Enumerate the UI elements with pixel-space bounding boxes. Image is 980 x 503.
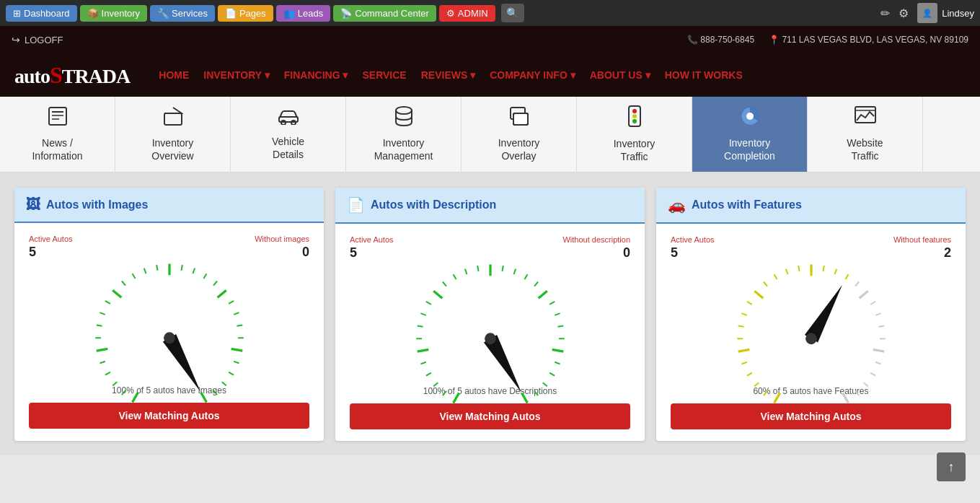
svg-line-59 bbox=[417, 325, 423, 326]
svg-line-97 bbox=[774, 274, 777, 279]
edit-icon[interactable]: ✏ bbox=[880, 6, 890, 20]
nav-about[interactable]: ABOUT US ▾ bbox=[590, 69, 650, 81]
inventory-icon: 📦 bbox=[87, 8, 99, 19]
nav-btn-dashboard[interactable]: ⊞ Dashboard bbox=[6, 5, 77, 22]
card-header-features: 🚗 Autos with Features bbox=[656, 188, 966, 224]
svg-line-32 bbox=[144, 268, 146, 274]
nav-btn-pages[interactable]: 📄 Pages bbox=[218, 5, 273, 22]
svg-line-96 bbox=[763, 281, 767, 286]
search-icon: 🔍 bbox=[506, 7, 518, 19]
nav-home[interactable]: HOME bbox=[159, 69, 189, 81]
traffic-tab-label: Inventory Traffic bbox=[614, 137, 655, 163]
nav-reviews[interactable]: REVIEWS ▾ bbox=[421, 69, 475, 81]
view-btn-features[interactable]: View Matching Autos bbox=[671, 403, 951, 429]
logoff-button[interactable]: ↪ LOGOFF bbox=[12, 34, 63, 45]
svg-line-27 bbox=[100, 312, 105, 315]
overlay-tab-icon bbox=[509, 106, 529, 131]
tab-website[interactable]: Website Traffic bbox=[808, 97, 923, 172]
svg-line-30 bbox=[121, 281, 125, 285]
tab-overlay[interactable]: Inventory Overlay bbox=[462, 97, 577, 172]
missing-value-images: 0 bbox=[255, 245, 309, 260]
tab-management[interactable]: Inventory Management bbox=[346, 97, 462, 172]
card-stats-description: Active Autos 5 Without description 0 bbox=[350, 235, 630, 261]
nav-btn-command[interactable]: 📡 Command Center bbox=[333, 5, 436, 22]
card-header-icon-images: 🖼 bbox=[26, 196, 40, 213]
nav-btn-services[interactable]: 🔧 Services bbox=[150, 5, 215, 22]
nav-howitworks[interactable]: HOW IT WORKS bbox=[665, 69, 743, 81]
missing-stat-description: Without description 0 bbox=[562, 235, 630, 261]
address: 📍 711 LAS VEGAS BLVD, LAS VEGAS, NV 8910… bbox=[769, 35, 968, 45]
svg-line-93 bbox=[741, 313, 746, 315]
card-body-description: Active Autos 5 Without description 0 100… bbox=[335, 224, 645, 441]
svg-line-73 bbox=[549, 302, 555, 305]
search-button[interactable]: 🔍 bbox=[501, 4, 524, 22]
view-btn-description[interactable]: View Matching Autos bbox=[350, 403, 630, 429]
management-tab-label: Inventory Management bbox=[374, 136, 433, 162]
svg-point-117 bbox=[805, 333, 817, 344]
svg-line-92 bbox=[738, 325, 743, 326]
avatar: 👤 bbox=[917, 3, 937, 23]
tab-completion[interactable]: Inventory Completion bbox=[692, 97, 808, 172]
svg-line-103 bbox=[845, 274, 848, 279]
active-stat-images: Active Autos 5 bbox=[29, 235, 73, 260]
logo-auto: auto bbox=[14, 65, 50, 87]
svg-line-44 bbox=[231, 349, 242, 351]
svg-line-60 bbox=[420, 313, 425, 315]
view-btn-images[interactable]: View Matching Autos bbox=[29, 403, 309, 429]
user-menu[interactable]: 👤 Lindsey bbox=[917, 3, 974, 23]
tab-news[interactable]: News / Information bbox=[0, 97, 115, 172]
svg-line-77 bbox=[552, 349, 563, 351]
active-label-description: Active Autos bbox=[350, 235, 394, 244]
gauge-text-images: 100% of 5 autos have Images bbox=[29, 385, 309, 395]
secondary-bar: ↪ LOGOFF 📞 888-750-6845 📍 711 LAS VEGAS … bbox=[0, 26, 980, 53]
svg-line-41 bbox=[234, 312, 239, 315]
traffic-tab-icon bbox=[627, 105, 642, 131]
svg-line-35 bbox=[181, 265, 182, 271]
nav-btn-leads[interactable]: 👥 Leads bbox=[276, 5, 330, 22]
card-body-features: Active Autos 5 Without features 2 60% of… bbox=[656, 224, 966, 441]
command-icon: 📡 bbox=[340, 8, 352, 19]
vehicle-tab-label: Vehicle Details bbox=[272, 135, 304, 161]
svg-point-84 bbox=[485, 333, 496, 344]
scroll-to-top-button[interactable]: ↑ bbox=[937, 452, 966, 455]
active-stat-description: Active Autos 5 bbox=[350, 235, 394, 261]
tab-traffic[interactable]: Inventory Traffic bbox=[577, 97, 692, 172]
card-header-images: 🖼 Autos with Images bbox=[14, 188, 324, 223]
cards-row: 🖼 Autos with Images Active Autos 5 Witho… bbox=[14, 188, 966, 441]
tab-vehicle[interactable]: Vehicle Details bbox=[231, 97, 346, 172]
svg-line-102 bbox=[834, 269, 836, 274]
svg-line-94 bbox=[746, 302, 751, 305]
card-header-description: 📄 Autos with Description bbox=[335, 188, 645, 224]
phone-number: 📞 888-750-6845 bbox=[687, 35, 754, 45]
card-body-images: Active Autos 5 Without images 0 100% of … bbox=[14, 223, 324, 440]
nav-btn-admin[interactable]: ⚙ ADMIN bbox=[439, 5, 495, 22]
gauge-text-features: 60% of 5 autos have Features bbox=[671, 386, 951, 396]
svg-line-107 bbox=[875, 313, 880, 315]
nav-financing[interactable]: FINANCING ▾ bbox=[284, 69, 348, 81]
svg-point-15 bbox=[632, 119, 637, 123]
svg-line-36 bbox=[193, 268, 195, 274]
nav-company[interactable]: COMPANY INFO ▾ bbox=[490, 69, 575, 81]
content-area: 🖼 Autos with Images Active Autos 5 Witho… bbox=[0, 173, 980, 455]
website-tab-label: Website Traffic bbox=[847, 136, 883, 162]
missing-label-images: Without images bbox=[255, 235, 309, 243]
active-value-features: 5 bbox=[671, 245, 715, 261]
active-value-images: 5 bbox=[29, 245, 73, 260]
tab-overview[interactable]: Inventory Overview bbox=[115, 97, 231, 172]
nav-service[interactable]: SERVICE bbox=[362, 69, 406, 81]
svg-line-101 bbox=[823, 266, 824, 271]
nav-btn-inventory[interactable]: 📦 Inventory bbox=[80, 5, 147, 22]
svg-line-28 bbox=[105, 301, 110, 304]
nav-inventory[interactable]: INVENTORY ▾ bbox=[203, 69, 270, 81]
missing-value-description: 0 bbox=[562, 245, 630, 261]
settings-icon[interactable]: ⚙ bbox=[899, 6, 909, 20]
leads-icon: 👥 bbox=[283, 8, 295, 19]
svg-point-13 bbox=[632, 109, 637, 113]
svg-line-56 bbox=[420, 362, 425, 364]
active-stat-features: Active Autos 5 bbox=[671, 235, 715, 261]
main-nav-container: autoSTRADA HOME INVENTORY ▾ FINANCING ▾ … bbox=[0, 53, 980, 97]
vehicle-tab-icon bbox=[277, 108, 300, 129]
contact-info: 📞 888-750-6845 📍 711 LAS VEGAS BLVD, LAS… bbox=[687, 35, 968, 45]
location-icon: 📍 bbox=[769, 35, 780, 45]
svg-line-29 bbox=[112, 290, 121, 297]
